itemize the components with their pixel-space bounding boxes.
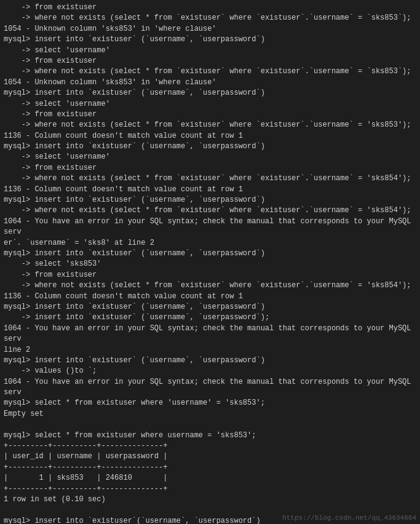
line-26: -> where not exists (select * from `exis… [4,280,416,291]
line-21: 1064 - You have an error in your SQL syn… [4,216,416,238]
terminal-window: -> from existuser -> where not exists (s… [0,0,420,524]
line-8: 1054 - Unknown column 'sks853' in 'where… [4,77,416,88]
table-border-bot: +---------+----------+--------------+ [4,484,416,494]
table-border-top: +---------+----------+--------------+ [4,441,416,451]
line-3: 1054 - Unknown column 'sks853' in 'where… [4,24,416,34]
line-25: -> from existuser [4,270,416,280]
line-20: -> where not exists (select * from `exis… [4,205,416,216]
line-28: mysql> insert into `existuser` (`usernam… [4,302,416,312]
line-19: mysql> insert into `existuser` (`usernam… [4,195,416,205]
table-header-row: | user_id | username | userpassword | [4,451,416,462]
line-9: mysql> insert into `existuser` (`usernam… [4,88,416,98]
line-30: 1064 - You have an error in your SQL syn… [4,324,416,345]
username-keyword: username [167,431,203,440]
line-7: -> where not exists (select * from `exis… [4,66,416,77]
line-10: -> select 'username' [4,99,416,109]
line-23: mysql> insert into `existuser` (`usernam… [4,248,416,259]
line-35: mysql> select * from existuser where 'us… [4,398,416,408]
table-data-row: | 1 | sks853 | 246810 | [4,473,416,483]
line-17: -> where not exists (select * from `exis… [4,173,416,184]
line-36: Empty set [4,409,416,419]
line-29: -> insert into `existuser` (`username`, … [4,312,416,323]
line-4: mysql> insert into `existuser` (`usernam… [4,34,416,45]
line-18: 1136 - Column count doesn't match value … [4,185,416,195]
line-32: mysql> insert into `existuser` (`usernam… [4,355,416,366]
line-12: -> where not exists (select * from `exis… [4,120,416,130]
line-15: -> select 'username' [4,152,416,162]
line-11: -> from existuser [4,109,416,120]
line-22: er`. `username` = 'sks8' at line 2 [4,238,416,248]
line-31: line 2 [4,345,416,355]
line-13: 1136 - Column count doesn't match value … [4,131,416,141]
line-37: mysql> select * from existuser where use… [4,431,416,441]
line-14: mysql> insert into `existuser` (`usernam… [4,141,416,152]
line-6: -> from existuser [4,56,416,66]
line-27: 1136 - Column count doesn't match value … [4,292,416,302]
line-1: -> from existuser [4,2,416,13]
line-24: -> select 'sks853' [4,259,416,269]
watermark: https://blog.csdn.net/qq_43634664 [282,514,416,522]
line-2: -> where not exists (select * from `exis… [4,13,416,23]
table-border-mid: +---------+----------+--------------+ [4,462,416,473]
line-blank1 [4,419,416,430]
line-16: -> from existuser [4,163,416,173]
line-34: 1064 - You have an error in your SQL syn… [4,377,416,399]
line-rowcount: 1 row in set (0.10 sec) [4,494,416,505]
line-5: -> select 'username' [4,46,416,56]
line-33: -> values ()to `; [4,366,416,376]
